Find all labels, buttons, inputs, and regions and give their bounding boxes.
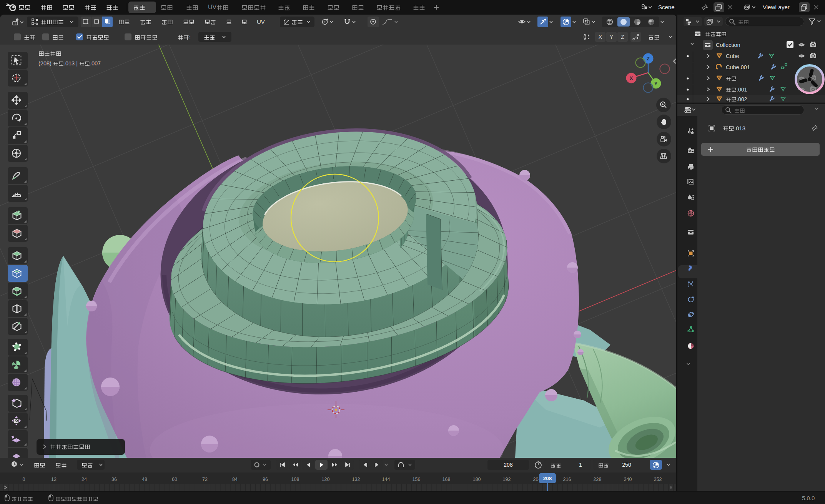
svg-text:Z: Z bbox=[647, 56, 650, 62]
svg-text:Y: Y bbox=[654, 81, 658, 86]
svg-text:X: X bbox=[630, 75, 633, 81]
